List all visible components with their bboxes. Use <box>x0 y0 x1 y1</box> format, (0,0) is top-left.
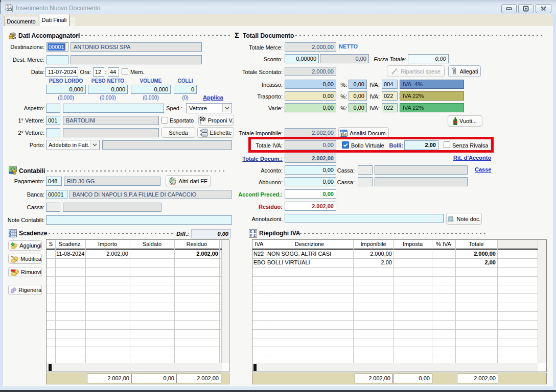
svg-text:¥: ¥ <box>250 234 252 237</box>
svg-text:€: € <box>250 230 252 233</box>
svg-text:£: £ <box>254 234 256 237</box>
svg-text:$: $ <box>254 230 256 234</box>
